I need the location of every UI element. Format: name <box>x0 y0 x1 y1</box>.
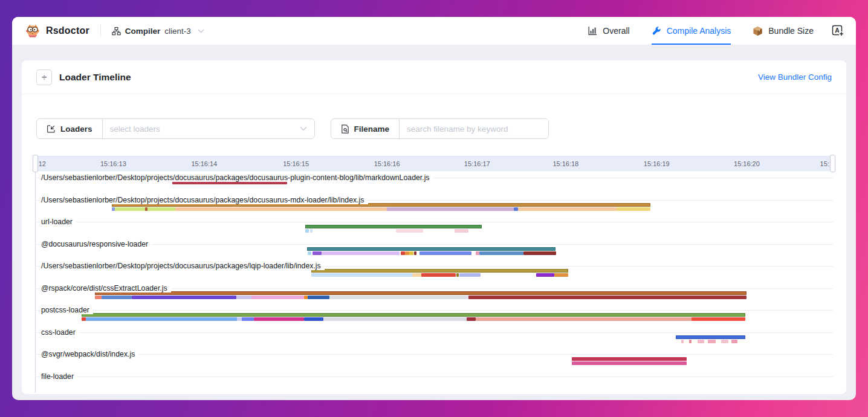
loader-duration-bar[interactable] <box>308 296 329 299</box>
loader-duration-bar[interactable] <box>681 340 684 343</box>
row-label: css-loader <box>40 328 79 337</box>
row-gridline <box>35 354 833 355</box>
loader-duration-bar[interactable] <box>305 229 308 233</box>
axis-tick: 15:16:16 <box>374 157 400 171</box>
loader-duration-bar[interactable] <box>323 317 467 321</box>
chevron-down-icon <box>198 29 204 33</box>
loader-duration-bar[interactable] <box>387 207 514 211</box>
loader-duration-bar[interactable] <box>708 340 716 343</box>
loader-duration-bar[interactable] <box>523 251 556 255</box>
loader-duration-bar[interactable] <box>689 340 691 343</box>
timeline-row: url-loader <box>35 215 833 238</box>
row-gridline <box>35 310 833 311</box>
loader-duration-bar[interactable] <box>731 340 737 343</box>
divider <box>100 25 101 37</box>
loader-duration-bar[interactable] <box>310 229 313 233</box>
file-search-icon <box>341 124 349 134</box>
timeline-rows: /Users/sebastienlorber/Desktop/projects/… <box>35 171 833 392</box>
loader-duration-bar[interactable] <box>691 317 745 321</box>
loader-duration-bar[interactable] <box>304 317 323 321</box>
main-nav: Overall Compile Analysis <box>588 17 814 45</box>
loader-duration-bar[interactable] <box>414 251 416 255</box>
loader-duration-bar[interactable] <box>86 317 236 321</box>
loader-duration-bar[interactable] <box>572 357 687 361</box>
loader-duration-bar[interactable] <box>313 251 322 255</box>
axis-tick: 15:16:17 <box>464 157 490 171</box>
axis-tick: 15:16:19 <box>644 157 670 171</box>
compiler-value: client-3 <box>164 27 191 36</box>
loader-duration-bar[interactable] <box>514 207 518 211</box>
row-label: url-loader <box>40 218 76 226</box>
loader-duration-bar[interactable] <box>95 296 102 299</box>
font-size-icon[interactable]: A <box>832 25 844 37</box>
loader-duration-bar[interactable] <box>476 317 692 321</box>
loader-duration-bar[interactable] <box>304 296 308 299</box>
loaders-filter-group: Loaders select loaders <box>36 118 315 139</box>
loader-duration-bar[interactable] <box>308 251 311 255</box>
range-handle-left[interactable] <box>33 155 38 172</box>
loader-duration-bar[interactable] <box>409 251 413 255</box>
bar-chart-icon <box>588 26 597 36</box>
loader-duration-bar[interactable] <box>236 296 251 299</box>
loader-duration-bar[interactable] <box>132 296 236 299</box>
timeline-row: @docusaurus/responsive-loader <box>35 238 833 260</box>
loader-duration-bar[interactable] <box>419 251 471 255</box>
loader-duration-bar[interactable] <box>82 317 86 321</box>
loader-duration-bar[interactable] <box>254 317 304 321</box>
loader-duration-bar[interactable] <box>242 317 254 321</box>
loader-duration-bar[interactable] <box>721 340 728 343</box>
loader-duration-bar[interactable] <box>698 340 705 343</box>
loader-duration-bar[interactable] <box>145 207 147 211</box>
loader-duration-bar[interactable] <box>459 273 480 277</box>
loader-duration-bar[interactable] <box>476 251 480 255</box>
loader-duration-bar[interactable] <box>676 335 745 339</box>
timeline-row: /Users/sebastienlorber/Desktop/projects/… <box>35 193 833 216</box>
loader-duration-bar[interactable] <box>396 229 423 233</box>
time-axis[interactable]: :1215:16:1315:16:1415:16:1515:16:1615:16… <box>35 156 833 171</box>
loader-duration-bar[interactable] <box>405 251 409 255</box>
loader-duration-bar[interactable] <box>468 296 747 299</box>
loader-duration-bar[interactable] <box>554 273 568 277</box>
loader-duration-bar[interactable] <box>305 225 482 228</box>
app-window: Rsdoctor Compiler client-3 <box>12 17 856 400</box>
loader-duration-bar[interactable] <box>518 207 617 211</box>
loader-duration-bar[interactable] <box>307 247 555 251</box>
nav-item-overall[interactable]: Overall <box>588 17 629 45</box>
loader-duration-bar[interactable] <box>456 273 459 277</box>
nav-item-bundle-size[interactable]: Bundle Size <box>753 17 814 45</box>
loader-duration-bar[interactable] <box>237 317 242 321</box>
loader-duration-bar[interactable] <box>401 251 406 255</box>
loader-duration-bar[interactable] <box>412 273 421 277</box>
loader-duration-bar[interactable] <box>617 207 650 211</box>
view-bundler-config-link[interactable]: View Bundler Config <box>758 73 832 82</box>
loader-duration-bar[interactable] <box>95 291 747 295</box>
axis-tick: 15:16:18 <box>552 157 578 171</box>
loaders-select[interactable]: select loaders <box>103 119 314 138</box>
filename-search-input[interactable] <box>400 119 548 138</box>
loader-duration-bar[interactable] <box>175 207 387 211</box>
loader-duration-bar[interactable] <box>311 269 568 273</box>
loader-duration-bar[interactable] <box>421 273 456 277</box>
loader-duration-bar[interactable] <box>102 296 132 299</box>
row-gridline <box>35 244 833 245</box>
loader-timeline-card: ÷ Loader Timeline View Bundler Config Lo… <box>22 60 846 394</box>
loader-duration-bar[interactable] <box>311 273 413 277</box>
loader-duration-bar[interactable] <box>82 313 745 317</box>
row-label: /Users/sebastienlorber/Desktop/projects/… <box>40 173 433 182</box>
timeline-row: /Users/sebastienlorber/Desktop/projects/… <box>35 171 833 193</box>
loader-duration-bar[interactable] <box>455 229 468 233</box>
range-handle-right[interactable] <box>830 155 835 172</box>
loader-duration-bar[interactable] <box>251 296 304 299</box>
loader-duration-bar[interactable] <box>467 317 476 321</box>
loader-duration-bar[interactable] <box>536 273 554 277</box>
nav-item-compile-analysis[interactable]: Compile Analysis <box>652 17 731 45</box>
loader-duration-bar[interactable] <box>322 251 400 255</box>
loader-duration-bar[interactable] <box>329 296 468 299</box>
brand[interactable]: Rsdoctor <box>24 22 89 39</box>
nav-label: Compile Analysis <box>667 26 731 36</box>
timeline-panel-icon[interactable]: ÷ <box>36 70 52 85</box>
loader-duration-bar[interactable] <box>572 361 687 365</box>
loader-duration-bar[interactable] <box>479 251 523 255</box>
compiler-selector[interactable]: Compiler client-3 <box>112 27 204 36</box>
chevron-down-icon <box>300 126 307 131</box>
